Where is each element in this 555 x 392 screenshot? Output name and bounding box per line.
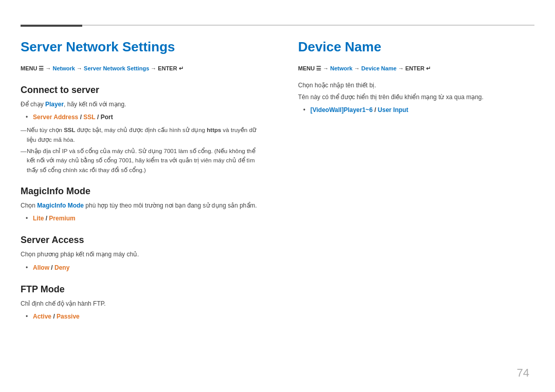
right-menu-path: MENU ☰ → Network → Device Name → ENTER ↵ bbox=[298, 64, 534, 73]
allow-label: Allow bbox=[33, 264, 49, 271]
bullet-allow-deny: Allow / Deny bbox=[26, 263, 257, 273]
bullet-lite-premium: Lite / Premium bbox=[26, 214, 257, 223]
bullet-server-address: Server Address / SSL / Port bbox=[26, 113, 257, 122]
bullet-videowall: [VideoWall]Player1~6 / User Input bbox=[303, 105, 534, 115]
ftp-mode-body: Chỉ định chế độ vận hành FTP. bbox=[21, 299, 257, 309]
passive-label: Passive bbox=[57, 313, 80, 320]
right-menu-path-text: MENU ☰ → Network → Device Name → ENTER ↵ bbox=[298, 65, 431, 71]
device-desc2: Tên này có thể được hiển thị trên điều k… bbox=[298, 92, 534, 102]
right-section-title: Device Name bbox=[298, 39, 534, 55]
videowall-label: [VideoWall]Player1~6 bbox=[310, 106, 373, 114]
device-name-bullets: [VideoWall]Player1~6 / User Input bbox=[303, 105, 534, 115]
left-menu-path: MENU ☰ → Network → Server Network Settin… bbox=[21, 64, 257, 73]
note1: Nếu tùy chọn SSL được bật, máy chủ được … bbox=[21, 125, 257, 144]
right-column: Device Name MENU ☰ → Network → Device Na… bbox=[278, 31, 534, 371]
left-column: Server Network Settings MENU ☰ → Network… bbox=[21, 31, 278, 371]
magicinfo-body: Chọn MagicInfo Mode phù hợp tùy theo môi… bbox=[21, 201, 257, 211]
device-desc1: Chọn hoặc nhập tên thiết bị. bbox=[298, 81, 534, 90]
ftp-mode-title: FTP Mode bbox=[21, 284, 257, 295]
menu-path-text: MENU ☰ → Network → Server Network Settin… bbox=[21, 65, 183, 71]
ftp-mode-section: FTP Mode Chỉ định chế độ vận hành FTP. A… bbox=[21, 284, 257, 322]
page-number: 74 bbox=[517, 366, 529, 380]
server-address-label: Server Address bbox=[33, 114, 78, 121]
server-access-section: Server Access Chọn phương pháp kết nối m… bbox=[21, 235, 257, 272]
deny-label: Deny bbox=[54, 264, 69, 271]
server-access-bullets: Allow / Deny bbox=[26, 263, 257, 273]
premium-label: Premium bbox=[49, 215, 75, 222]
slash2: / bbox=[97, 114, 101, 121]
connect-to-server-section: Connect to server Để chạy Player, hãy kế… bbox=[21, 85, 257, 175]
note2: Nhập địa chỉ IP và số cổng của máy chủ. … bbox=[21, 146, 257, 175]
top-border bbox=[21, 25, 534, 26]
slash4: / bbox=[51, 264, 54, 271]
ftp-mode-bullets: Active / Passive bbox=[26, 312, 257, 322]
connect-bullets: Server Address / SSL / Port bbox=[26, 113, 257, 122]
lite-label: Lite bbox=[33, 215, 44, 222]
ssl-label: SSL bbox=[83, 114, 95, 121]
server-access-title: Server Access bbox=[21, 235, 257, 246]
magicinfo-mode-section: MagicInfo Mode Chọn MagicInfo Mode phù h… bbox=[21, 186, 257, 223]
server-access-body: Chọn phương pháp kết nối mạng máy chủ. bbox=[21, 250, 257, 259]
connect-body: Để chạy Player, hãy kết nối với mạng. bbox=[21, 100, 257, 109]
bullet-active-passive: Active / Passive bbox=[26, 312, 257, 322]
left-section-title: Server Network Settings bbox=[21, 39, 257, 55]
active-label: Active bbox=[33, 313, 51, 320]
user-input-label: User Input bbox=[378, 106, 408, 114]
left-accent bbox=[21, 25, 82, 27]
magicinfo-mode-title: MagicInfo Mode bbox=[21, 186, 257, 197]
connect-to-server-title: Connect to server bbox=[21, 85, 257, 96]
port-label: Port bbox=[101, 114, 113, 121]
magicinfo-bullets: Lite / Premium bbox=[26, 214, 257, 223]
content-wrapper: Server Network Settings MENU ☰ → Network… bbox=[21, 31, 534, 371]
